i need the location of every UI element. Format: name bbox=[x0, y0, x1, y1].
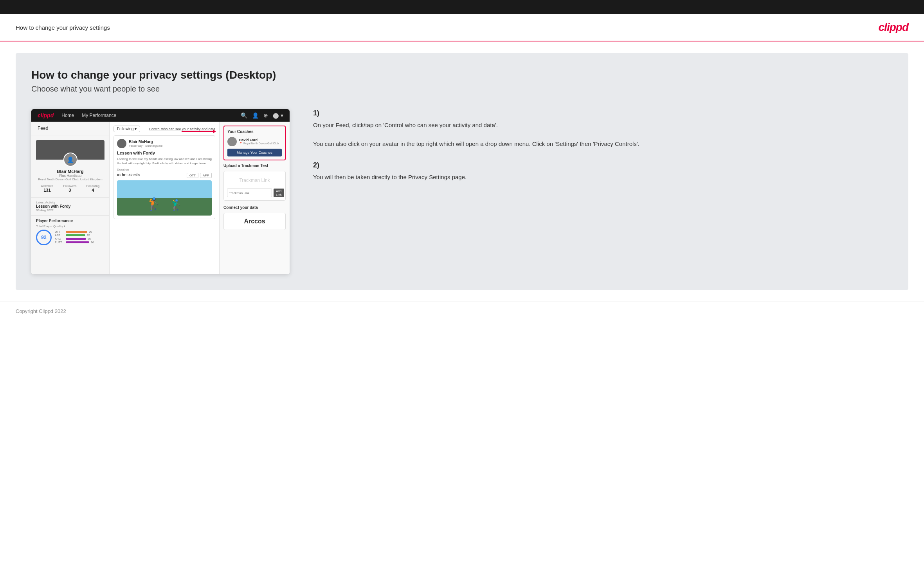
footer-text: Copyright Clippd 2022 bbox=[16, 308, 66, 314]
trackman-box: Trackman Link Add Link bbox=[223, 171, 286, 201]
stat-activities: Activities 131 bbox=[41, 184, 54, 192]
duration-label: Duration bbox=[117, 168, 212, 171]
coach-avatar bbox=[227, 137, 237, 146]
manage-coaches-button[interactable]: Manage Your Coaches bbox=[227, 149, 282, 156]
feed-tab[interactable]: Feed bbox=[31, 122, 109, 135]
trackman-input-row: Add Link bbox=[227, 189, 282, 197]
profile-handicap: Plus Handicap bbox=[36, 174, 104, 178]
instruction-2: 2) You will then be taken directly to th… bbox=[313, 161, 893, 182]
person-icon[interactable]: 👤 bbox=[252, 112, 259, 119]
ott-app-tags: OTT APP bbox=[187, 173, 212, 178]
search-icon[interactable]: 🔍 bbox=[241, 112, 247, 119]
arccos-box: Arccos bbox=[223, 213, 286, 230]
profile-club: Royal North Devon Golf Club, United King… bbox=[36, 178, 104, 181]
content-area: clippd Home My Performance 🔍 👤 ⊕ ⬤ ▾ Fee… bbox=[31, 109, 893, 274]
feed-area: Following ▾ Control who can see your act… bbox=[110, 122, 219, 274]
browser-nav: clippd Home My Performance 🔍 👤 ⊕ ⬤ ▾ bbox=[31, 109, 290, 122]
profile-area: 👤 Blair McHarg Plus Handicap Royal North… bbox=[31, 135, 109, 198]
coaches-title: Your Coaches bbox=[227, 129, 282, 134]
activity-title: Lesson with Fordy bbox=[117, 151, 212, 155]
app-bar: APP 85 bbox=[55, 234, 104, 237]
trackman-title: Upload a Trackman Test bbox=[223, 164, 286, 168]
clippd-logo: clippd bbox=[879, 21, 908, 34]
right-panel: Your Coaches David Ford 📍 Royal North De… bbox=[219, 122, 290, 274]
profile-name: Blair McHarg bbox=[36, 169, 104, 174]
instruction-1: 1) On your Feed, click/tap on 'Control w… bbox=[313, 109, 893, 149]
instruction-1-number: 1) bbox=[313, 109, 893, 117]
trackman-placeholder: Trackman Link bbox=[227, 174, 282, 186]
footer: Copyright Clippd 2022 bbox=[0, 302, 924, 320]
arg-bar: ARG 86 bbox=[55, 237, 104, 240]
circle-icon[interactable]: ⊕ bbox=[263, 112, 268, 119]
quality-score: 92 bbox=[36, 230, 52, 245]
trackman-section: Upload a Trackman Test Trackman Link Add… bbox=[223, 164, 286, 201]
browser-content: Feed 👤 Blair McHarg Plus Handicap Royal … bbox=[31, 122, 290, 274]
activity-avatar bbox=[117, 139, 126, 148]
instruction-2-number: 2) bbox=[313, 161, 893, 169]
header-title: How to change your privacy settings bbox=[16, 24, 110, 31]
activity-user: Blair McHarg Yesterday · Sunningdale bbox=[117, 139, 212, 148]
activity-card: Blair McHarg Yesterday · Sunningdale Les… bbox=[113, 135, 215, 219]
putt-bar: PUTT 96 bbox=[55, 241, 104, 244]
stat-followers: Followers 3 bbox=[63, 184, 76, 192]
arccos-name: Arccos bbox=[229, 218, 281, 225]
instruction-1-text: On your Feed, click/tap on 'Control who … bbox=[313, 120, 893, 149]
instruction-2-text: You will then be taken directly to the P… bbox=[313, 173, 893, 182]
top-bar bbox=[0, 0, 924, 14]
coach-item: David Ford 📍 Royal North Devon Golf Club bbox=[227, 137, 282, 146]
browser-logo: clippd bbox=[38, 112, 54, 119]
add-link-button[interactable]: Add Link bbox=[274, 189, 284, 197]
avatar-icon[interactable]: ⬤ ▾ bbox=[273, 112, 283, 119]
connect-section: Connect your data Arccos bbox=[223, 205, 286, 230]
coach-name: David Ford bbox=[239, 138, 279, 142]
coach-info: David Ford 📍 Royal North Devon Golf Club bbox=[239, 138, 279, 145]
activity-user-info: Blair McHarg Yesterday · Sunningdale bbox=[129, 140, 162, 147]
nav-home[interactable]: Home bbox=[61, 113, 74, 118]
browser-nav-links: Home My Performance bbox=[61, 113, 116, 118]
activity-description: Looking to feel like my hands are exitin… bbox=[117, 157, 212, 165]
coaches-section: Your Coaches David Ford 📍 Royal North De… bbox=[223, 126, 286, 160]
following-button[interactable]: Following ▾ bbox=[113, 126, 140, 132]
profile-banner: 👤 bbox=[36, 140, 104, 160]
stat-following: Following 4 bbox=[86, 184, 100, 192]
header: How to change your privacy settings clip… bbox=[0, 14, 924, 41]
duration-value: 01 hr : 30 min bbox=[117, 173, 140, 177]
ott-bar: OTT 90 bbox=[55, 230, 104, 233]
connect-title: Connect your data bbox=[223, 205, 286, 210]
golf-image: 🏌️ 🏌️‍♂️ bbox=[117, 180, 212, 216]
coach-club: 📍 Royal North Devon Golf Club bbox=[239, 142, 279, 145]
main-heading: How to change your privacy settings (Des… bbox=[31, 69, 893, 81]
browser-screenshot: clippd Home My Performance 🔍 👤 ⊕ ⬤ ▾ Fee… bbox=[31, 109, 290, 274]
sidebar: Feed 👤 Blair McHarg Plus Handicap Royal … bbox=[31, 122, 110, 274]
latest-activity: Latest Activity Lesson with Fordy 03 Aug… bbox=[31, 198, 109, 216]
nav-my-performance[interactable]: My Performance bbox=[82, 113, 116, 118]
app-tag: APP bbox=[200, 173, 212, 178]
trackman-input[interactable] bbox=[227, 189, 272, 197]
instructions: 1) On your Feed, click/tap on 'Control w… bbox=[305, 109, 893, 194]
profile-stats: Activities 131 Followers 3 Following 4 bbox=[36, 184, 104, 192]
player-performance: Player Performance Total Player Quality … bbox=[31, 216, 109, 248]
main-subheading: Choose what you want people to see bbox=[31, 84, 893, 93]
browser-nav-icons: 🔍 👤 ⊕ ⬤ ▾ bbox=[241, 112, 283, 119]
main-content: How to change your privacy settings (Des… bbox=[16, 53, 908, 290]
ott-tag: OTT bbox=[187, 173, 198, 178]
profile-avatar: 👤 bbox=[63, 153, 77, 167]
